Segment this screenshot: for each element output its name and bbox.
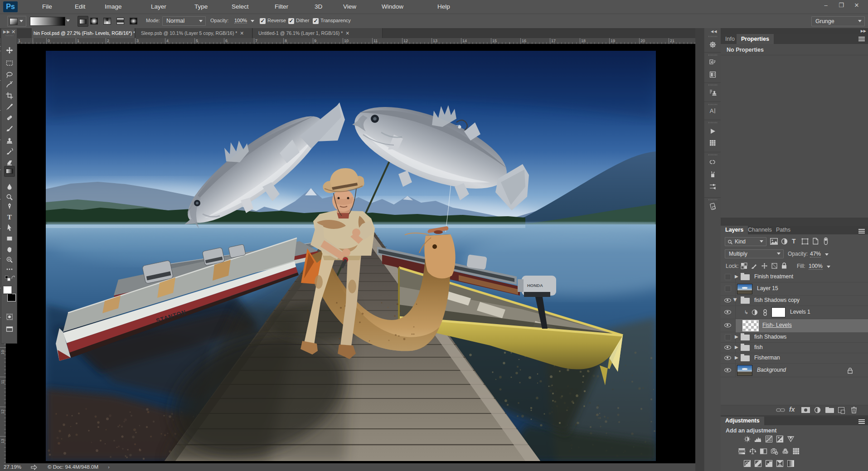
svg-text:HONDA: HONDA [527,283,543,288]
svg-text:A: A [710,107,714,114]
svg-text:T: T [7,214,12,221]
